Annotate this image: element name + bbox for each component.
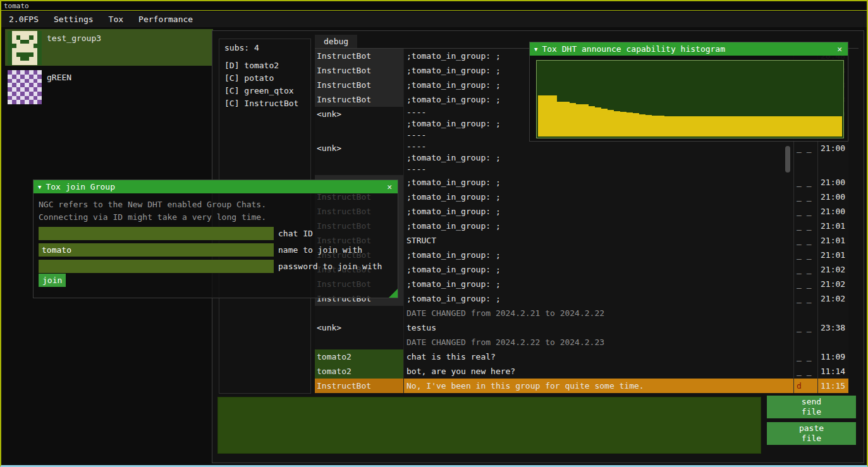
message-time: 11:09	[817, 349, 848, 364]
message-line: bot, are you new here?	[406, 364, 793, 379]
message-text: testus	[403, 320, 793, 335]
send-file-button[interactable]: send file	[767, 396, 856, 418]
group-list-item[interactable]: test_group3	[5, 29, 213, 66]
histogram-bar	[671, 116, 677, 136]
member-list-item[interactable]: [D] tomato2	[224, 59, 305, 72]
histogram-bar	[589, 106, 595, 136]
member-list-item[interactable]: [C] potato	[224, 72, 305, 85]
message-time: 21:00	[817, 141, 848, 175]
message-row[interactable]: tomato2chat is this real?_ _11:09	[315, 349, 848, 364]
join-input-chat-id[interactable]	[39, 227, 274, 240]
message-text: chat is this real?	[403, 349, 793, 364]
message-row[interactable]: <unk>testus_ _23:38	[315, 320, 848, 335]
message-status: _ _	[793, 233, 817, 248]
message-text: DATE CHANGED from 2024.2.21 to 2024.2.22	[403, 306, 793, 320]
member-list-item[interactable]: [C] green_qtox	[224, 85, 305, 97]
date-changed-text: DATE CHANGED from 2024.2.22 to 2024.2.23	[406, 335, 793, 349]
sender-name: tomato2	[315, 349, 403, 364]
sender-name: <unk>	[315, 141, 403, 175]
message-time: 21:02	[817, 262, 848, 277]
join-info-line: Connecting via ID might take a very long…	[39, 211, 393, 224]
sender-name: InstructBot	[315, 379, 403, 393]
message-line: ;tomato_in_group: ;	[406, 277, 793, 291]
message-time: 11:15	[817, 379, 848, 393]
tab-debug[interactable]: debug	[315, 35, 357, 48]
histogram-bar	[741, 116, 747, 136]
resize-grip-icon[interactable]	[389, 289, 398, 298]
message-row[interactable]: InstructBotNo, I've been in this group f…	[315, 379, 848, 393]
message-time: 21:02	[817, 277, 848, 291]
histogram-bar	[576, 104, 582, 136]
menu-item-tox[interactable]: Tox	[101, 11, 131, 27]
histogram-bar	[551, 95, 557, 136]
group-name: test_group3	[47, 33, 101, 43]
close-icon[interactable]: ✕	[836, 44, 843, 54]
join-field-row: password to join with	[39, 260, 393, 273]
sender-name: InstructBot	[315, 92, 403, 107]
message-status: _ _	[793, 320, 817, 335]
system-row: DATE CHANGED from 2024.2.21 to 2024.2.22	[315, 306, 848, 320]
histogram-bar	[721, 116, 728, 136]
join-button[interactable]: join	[39, 274, 66, 287]
sender-name: InstructBot	[315, 63, 403, 78]
paste-file-button[interactable]: paste file	[767, 422, 856, 445]
histogram-bar	[645, 115, 652, 136]
histogram-bar	[728, 116, 734, 136]
window-title: tomato	[4, 2, 29, 10]
message-status: _ _	[793, 204, 817, 219]
message-status: d	[793, 379, 817, 393]
message-input[interactable]	[217, 397, 761, 454]
group-list-item[interactable]: gREEN	[5, 68, 213, 105]
histogram-bar	[658, 116, 664, 136]
message-status: _ _	[793, 291, 817, 306]
histogram-bar	[760, 116, 766, 136]
sender-name: InstructBot	[315, 49, 403, 63]
app-window: tomato 2.0FPSSettingsToxPerformance test…	[0, 0, 868, 467]
menu-item-settings[interactable]: Settings	[46, 11, 101, 27]
join-field-row: chat ID	[39, 227, 393, 240]
window-titlebar[interactable]: tomato	[1, 1, 867, 11]
sender-name: <unk>	[315, 320, 403, 335]
join-field-label: password to join with	[278, 260, 382, 273]
histogram-window-titlebar[interactable]: ▼ Tox DHT announce capability histogram …	[530, 42, 848, 56]
menu-item-performance[interactable]: Performance	[131, 11, 200, 27]
histogram-bar	[570, 103, 576, 136]
close-icon[interactable]: ✕	[386, 182, 393, 191]
collapse-arrow-icon[interactable]: ▼	[38, 184, 41, 190]
join-input-password[interactable]	[39, 260, 274, 273]
group-avatar	[8, 31, 42, 65]
message-line: chat is this real?	[406, 349, 793, 364]
join-group-window: ▼ Tox join Group ✕ NGC refers to the New…	[33, 179, 398, 298]
join-fields: chat IDtomatoname to join withpassword t…	[34, 227, 398, 273]
histogram-window-title: Tox DHT announce capability histogram	[542, 44, 725, 54]
message-line: ;tomato_in_group: ;	[406, 219, 793, 233]
message-line: ----	[406, 164, 793, 175]
join-window-titlebar[interactable]: ▼ Tox join Group ✕	[34, 180, 398, 193]
dht-histogram-plot	[536, 60, 844, 138]
message-time: 21:00	[817, 175, 848, 190]
members-list: [D] tomato2[C] potato[C] green_qtox[C] I…	[224, 59, 305, 110]
histogram-bar	[582, 104, 589, 136]
chat-scrollbar[interactable]	[785, 146, 790, 173]
message-time	[817, 335, 848, 349]
histogram-bar	[779, 116, 785, 136]
message-time: 21:00	[817, 204, 848, 219]
message-status: _ _	[793, 190, 817, 204]
histogram-bar	[652, 116, 658, 136]
sender-name	[315, 335, 403, 349]
collapse-arrow-icon[interactable]: ▼	[534, 46, 537, 52]
member-list-item[interactable]: [C] InstructBot	[224, 97, 305, 110]
group-sidebar: test_group3gREEN	[5, 29, 213, 107]
histogram-bar	[677, 116, 683, 136]
message-row[interactable]: tomato2bot, are you new here?_ _11:14	[315, 364, 848, 379]
message-row[interactable]: <unk>----;tomato_in_group: ;----_ _21:00	[315, 141, 848, 175]
sender-name: <unk>	[315, 107, 403, 141]
message-text: ----;tomato_in_group: ;----	[403, 141, 793, 175]
histogram-bar	[823, 116, 829, 136]
histogram-bar	[690, 116, 696, 136]
histogram-bar	[829, 116, 836, 136]
message-line: ;tomato_in_group: ;	[406, 248, 793, 262]
join-input-name[interactable]: tomato	[39, 243, 274, 257]
histogram-bar	[601, 109, 608, 136]
message-time: 21:00	[817, 190, 848, 204]
